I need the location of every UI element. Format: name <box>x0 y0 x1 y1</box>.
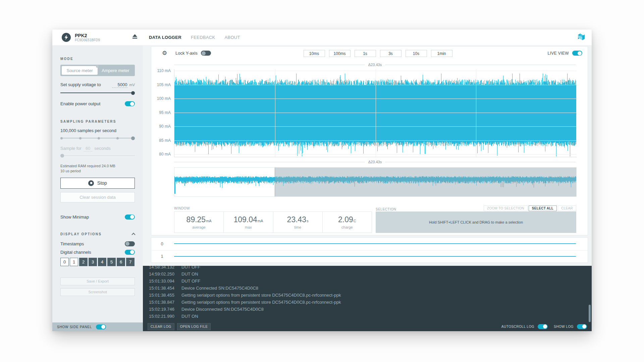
slider-knob[interactable] <box>131 91 135 95</box>
zoom-to-selection-button[interactable]: ZOOM TO SELECTION <box>484 205 528 211</box>
chart-settings-gear-icon[interactable]: ⚙ <box>162 50 167 56</box>
save-export-button[interactable]: Save / Export <box>60 278 135 285</box>
device-info: PPK2 FC9D3E51BFD9 <box>75 33 100 42</box>
mode-section-label: MODE <box>60 57 135 61</box>
sample-duration-slider[interactable] <box>60 154 135 158</box>
mode-option-label: Ampere meter <box>102 68 129 73</box>
chart-gridline <box>376 69 376 157</box>
stop-icon <box>88 180 94 186</box>
supply-voltage-slider[interactable] <box>60 91 135 95</box>
digital-channel-trace <box>174 243 576 244</box>
screenshot-button[interactable]: Screenshot <box>60 288 135 296</box>
live-view-toggle[interactable] <box>572 51 582 56</box>
device-selector[interactable]: PPK2 FC9D3E51BFD9 <box>52 33 143 42</box>
collapse-chevron-icon[interactable] <box>131 233 135 236</box>
clear-log-button[interactable]: CLEAR LOG <box>148 323 174 330</box>
sample-for-unit: seconds <box>94 146 110 151</box>
digital-channel-chip-6[interactable]: 6 <box>117 258 125 266</box>
log-entry-message: Getting serialport options from persiste… <box>181 300 341 305</box>
time-range-button-1min[interactable]: 1min <box>431 50 452 57</box>
mode-option-ampere-meter[interactable]: Ampere meter <box>98 66 133 75</box>
log-entry-message: DUT OFF <box>181 266 200 269</box>
log-scrollbar-thumb[interactable] <box>589 305 591 322</box>
eject-device-button[interactable] <box>132 34 138 41</box>
main-area: ⚙ Lock Y-axis 10ms100ms1s3s10s1min LIVE … <box>143 46 592 331</box>
clear-session-data-button[interactable]: Clear session data <box>60 192 135 202</box>
stat-unit: mA <box>206 219 212 223</box>
window-stats: 89.25mAaverage109.04mAmax23.43stime2.09C… <box>174 212 372 233</box>
log-entry: 15:02:19.746Device Disconnected SN:DC547… <box>149 306 592 313</box>
stop-button[interactable]: Stop <box>60 178 135 189</box>
time-range-button-10s[interactable]: 10s <box>406 50 427 57</box>
digital-channel-chip-7[interactable]: 7 <box>126 258 135 266</box>
y-axis-tick-label: 110 mA <box>151 68 171 73</box>
show-side-panel-bar: SHOW SIDE PANEL <box>52 322 143 331</box>
digital-channels-label: Digital channels <box>60 250 91 255</box>
log-entry: 14:59:02.250DUT ON <box>149 270 592 278</box>
toggle-knob <box>543 324 547 328</box>
nav-tab-feedback[interactable]: FEEDBACK <box>191 35 215 40</box>
digital-channel-row-label: 0 <box>159 241 165 246</box>
digital-channels-toggle[interactable] <box>125 250 135 255</box>
time-range-button-10ms[interactable]: 10ms <box>304 50 325 57</box>
sample-for-label: Sample for <box>60 146 82 151</box>
log-entry: 15:01:38.455Getting serialport options f… <box>149 292 592 299</box>
show-log-toggle[interactable] <box>577 324 587 329</box>
toggle-knob <box>202 51 206 55</box>
device-logo <box>62 33 71 42</box>
time-range-button-1s[interactable]: 1s <box>355 50 376 57</box>
minimap-window-region[interactable] <box>275 168 576 196</box>
mode-option-source-meter[interactable]: Source meter <box>62 66 98 75</box>
log-toolbar: CLEAR LOG OPEN LOG FILE AUTOSCROLL LOG S… <box>143 322 592 331</box>
lightning-bolt-icon <box>64 35 68 40</box>
enable-power-output-toggle[interactable] <box>125 101 135 106</box>
selection-buttons: ZOOM TO SELECTIONSELECT ALLCLEAR <box>484 205 576 211</box>
clear-button[interactable]: CLEAR <box>558 205 576 211</box>
timestamps-toggle[interactable] <box>125 241 135 246</box>
sample-for-value[interactable]: 60 <box>84 146 92 152</box>
show-side-panel-toggle[interactable] <box>96 324 106 329</box>
log-entry-time: 15:01:38.455 <box>149 293 181 298</box>
lock-y-axis-toggle[interactable] <box>201 51 211 56</box>
toggle-knob <box>130 215 134 219</box>
log-lines: 14:58:34.132DUT OFF14:59:02.250DUT ON15:… <box>143 266 592 322</box>
minimap[interactable] <box>174 167 577 197</box>
digital-channel-trace <box>174 256 576 257</box>
autoscroll-log-toggle[interactable] <box>538 324 548 329</box>
stat-value: 109.04 <box>233 215 257 224</box>
mode-indicator-dot <box>96 65 99 68</box>
log-entry-message: Getting serialport options from persiste… <box>181 293 341 298</box>
digital-channel-chip-5[interactable]: 5 <box>107 258 116 266</box>
current-chart-plot[interactable] <box>174 69 577 157</box>
select-all-button[interactable]: SELECT ALL <box>529 205 557 211</box>
digital-channel-row-label: 1 <box>159 254 165 259</box>
toggle-knob <box>101 325 105 329</box>
digital-channel-row-1: 1 <box>151 250 588 263</box>
slider-knob[interactable] <box>131 136 135 140</box>
time-range-button-100ms[interactable]: 100ms <box>329 50 351 57</box>
toggle-knob <box>125 242 129 246</box>
nav-tab-data-logger[interactable]: DATA LOGGER <box>149 35 181 40</box>
stat-label: charge <box>341 225 353 229</box>
digital-channel-chip-2[interactable]: 2 <box>79 258 88 266</box>
time-range-button-3s[interactable]: 3s <box>380 50 401 57</box>
slider-knob[interactable] <box>60 154 64 158</box>
digital-channel-chip-1[interactable]: 1 <box>70 258 78 266</box>
window-stats-label: WINDOW <box>174 206 190 210</box>
digital-channel-chip-4[interactable]: 4 <box>98 258 106 266</box>
device-serial: FC9D3E51BFD9 <box>75 38 100 42</box>
stat-value-row: 23.43s <box>287 215 309 224</box>
show-minimap-toggle[interactable] <box>125 215 135 220</box>
digital-channel-chip-0[interactable]: 0 <box>60 258 69 266</box>
supply-voltage-input[interactable] <box>112 82 127 88</box>
autoscroll-log-label: AUTOSCROLL LOG <box>501 325 534 328</box>
selection-hint-area[interactable]: Hold SHIFT+LEFT CLICK and DRAG to make a… <box>376 212 576 233</box>
log-entry-message: DUT ON <box>181 314 198 319</box>
stat-value-row: 89.25mA <box>186 215 212 224</box>
nav-tab-about[interactable]: ABOUT <box>224 35 240 40</box>
window-span-top: Δ23.43s <box>174 63 576 67</box>
digital-channel-chip-3[interactable]: 3 <box>89 258 97 266</box>
open-log-file-button[interactable]: OPEN LOG FILE <box>177 323 211 330</box>
slider-tick <box>116 137 119 139</box>
sample-rate-slider[interactable] <box>60 136 135 140</box>
